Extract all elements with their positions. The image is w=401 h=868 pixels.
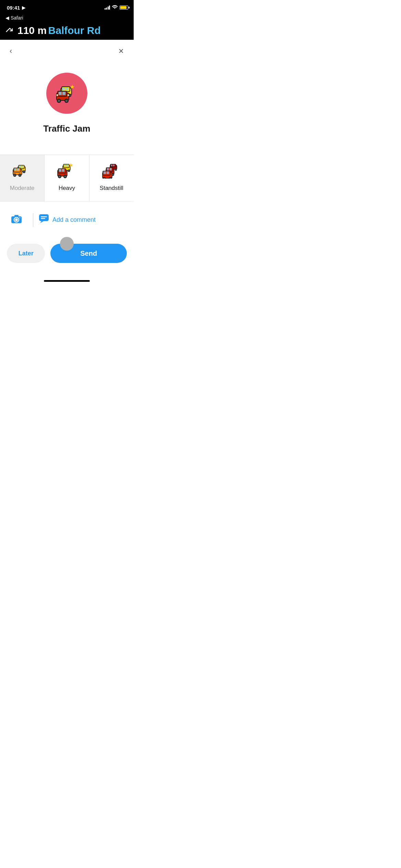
- svg-rect-79: [14, 215, 19, 217]
- nav-distance: 110 m: [17, 25, 47, 36]
- svg-point-34: [19, 174, 21, 176]
- standstill-icon: [102, 163, 121, 181]
- svg-rect-22: [22, 166, 23, 168]
- status-indicators: [105, 5, 129, 10]
- svg-rect-3: [66, 87, 69, 90]
- heavy-label: Heavy: [59, 185, 75, 192]
- top-navigation: ‹ ✕: [0, 40, 134, 62]
- home-bar: [44, 280, 90, 282]
- time-display: 09:41: [7, 5, 20, 11]
- camera-icon: [11, 214, 22, 226]
- svg-point-42: [68, 170, 70, 171]
- svg-point-80: [19, 217, 21, 218]
- svg-point-26: [23, 171, 25, 173]
- comment-button[interactable]: Add a comment: [39, 214, 125, 226]
- svg-rect-83: [41, 216, 47, 217]
- turn-arrow-icon: ↱: [3, 24, 16, 37]
- wifi-icon: [112, 5, 118, 10]
- svg-rect-30: [17, 168, 19, 171]
- traffic-option-heavy[interactable]: Heavy: [45, 155, 89, 201]
- standstill-label: Standstill: [100, 185, 123, 192]
- comment-icon: [39, 214, 49, 226]
- close-button[interactable]: ✕: [116, 46, 127, 57]
- safari-back-chevron: ◀: [5, 15, 9, 21]
- svg-rect-12: [62, 92, 65, 95]
- svg-rect-54: [111, 165, 112, 166]
- safari-back-area: ◀ Safari: [0, 15, 134, 23]
- moderate-label: Moderate: [10, 185, 35, 192]
- safari-back-button[interactable]: ◀ Safari: [5, 15, 128, 21]
- moderate-icon: [13, 163, 32, 181]
- svg-point-49: [59, 176, 61, 178]
- traffic-jam-icon: [53, 81, 81, 105]
- svg-point-14: [58, 100, 60, 102]
- traffic-option-standstill[interactable]: Standstill: [89, 155, 134, 201]
- status-time: 09:41 ▶: [7, 5, 25, 11]
- svg-rect-71: [107, 171, 109, 174]
- nav-banner: ↱ 110 m Balfour Rd: [0, 23, 134, 40]
- svg-rect-17: [57, 94, 58, 96]
- safari-back-label: Safari: [11, 15, 23, 21]
- svg-rect-62: [107, 168, 109, 170]
- svg-point-51: [64, 176, 66, 178]
- traffic-icon-area: Traffic Jam: [0, 62, 134, 141]
- svg-rect-11: [59, 92, 62, 95]
- drag-handle-area: [60, 237, 74, 251]
- svg-point-78: [15, 218, 18, 221]
- svg-rect-21: [19, 166, 21, 168]
- traffic-option-moderate[interactable]: Moderate: [0, 155, 45, 201]
- svg-rect-84: [41, 218, 45, 219]
- drag-handle[interactable]: [60, 237, 74, 251]
- svg-rect-63: [110, 168, 112, 170]
- main-content: ‹ ✕: [0, 40, 134, 285]
- signal-icon: [105, 5, 110, 10]
- heavy-icon: [57, 163, 76, 181]
- battery-icon: [120, 5, 128, 10]
- nav-street: Balfour Rd: [48, 25, 101, 36]
- svg-point-59: [115, 169, 117, 170]
- svg-rect-46: [59, 169, 61, 172]
- photo-button[interactable]: [8, 211, 27, 229]
- svg-rect-70: [104, 171, 106, 174]
- status-bar: 09:41 ▶: [0, 0, 134, 15]
- later-button[interactable]: Later: [7, 244, 45, 263]
- svg-rect-18: [68, 94, 69, 96]
- home-indicator: [0, 277, 134, 285]
- back-button[interactable]: ‹: [7, 45, 15, 57]
- location-icon: ▶: [22, 5, 25, 10]
- traffic-title: Traffic Jam: [43, 123, 90, 134]
- svg-rect-81: [39, 214, 49, 221]
- svg-rect-38: [66, 165, 68, 167]
- svg-rect-2: [62, 87, 65, 90]
- svg-rect-47: [62, 169, 64, 172]
- traffic-selector: Moderate: [0, 155, 134, 201]
- svg-point-16: [65, 100, 68, 102]
- svg-marker-82: [40, 221, 44, 223]
- svg-rect-29: [14, 168, 16, 171]
- svg-rect-37: [64, 165, 66, 167]
- nav-info: 110 m Balfour Rd: [17, 25, 101, 36]
- svg-rect-55: [113, 165, 114, 166]
- svg-point-32: [14, 174, 16, 176]
- action-row: Add a comment: [0, 201, 134, 238]
- bottom-section: Later Send: [0, 244, 134, 277]
- comment-label: Add a comment: [52, 216, 96, 224]
- action-divider: [33, 213, 33, 227]
- traffic-circle: [46, 73, 87, 114]
